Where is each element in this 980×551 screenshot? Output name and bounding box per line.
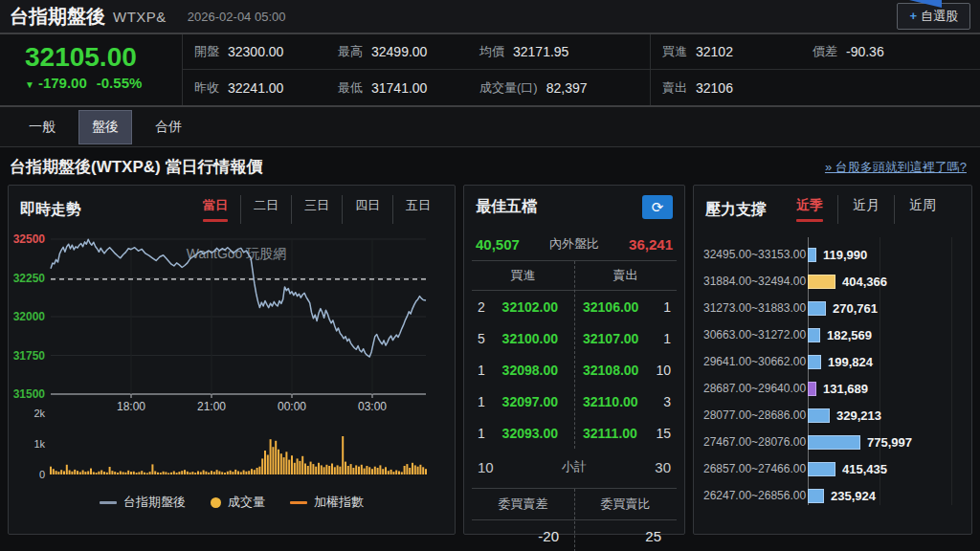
quote-field-value: 32106: [696, 80, 733, 96]
ask-qty: 3: [644, 394, 677, 409]
best-five-card: 最佳五檔 ⟳ 40,507 內外盤比 36,241 買進賣出232102.003…: [463, 185, 685, 535]
price-range-label: 32495.00~33153.00: [703, 248, 807, 261]
price-range-label: 26247.00~26856.00: [703, 489, 807, 502]
refresh-button[interactable]: ⟳: [642, 195, 673, 219]
price-range-label: 26857.00~27466.00: [703, 462, 807, 475]
svg-text:1k: 1k: [33, 438, 45, 450]
order-book-row[interactable]: 132093.0032111.0015: [472, 417, 677, 449]
session-tabs: 一般盤後合併: [0, 107, 980, 147]
volume-bar: [808, 462, 835, 476]
pressure-tab-近月[interactable]: 近月: [837, 195, 894, 224]
quote-field-label: 最高: [338, 43, 363, 60]
period-tab-三日[interactable]: 三日: [291, 195, 342, 224]
change-value: -179.00: [38, 75, 87, 91]
chart-title: 即時走勢: [20, 200, 81, 220]
quote-field-label: 均價: [479, 43, 504, 60]
period-tab-五日[interactable]: 五日: [392, 195, 443, 224]
quote-field-label: 價差: [813, 43, 837, 60]
bid-price: 32100.00: [497, 331, 570, 346]
order-book-row[interactable]: 132098.0032108.0010: [472, 354, 677, 386]
ask-column-header: 賣出: [574, 267, 677, 284]
bid-qty: 1: [472, 363, 497, 378]
session-tab-合併[interactable]: 合併: [142, 110, 195, 144]
pressure-card-header: 壓力支撐 近季近月近周: [694, 186, 971, 230]
session-tab-一般[interactable]: 一般: [15, 110, 69, 144]
bid-qty: 5: [472, 331, 497, 346]
pressure-row: 31273.00~31883.00270,761: [703, 295, 966, 321]
quote-field: 成交量(口)82,397: [468, 70, 650, 105]
period-tab-當日[interactable]: 當日: [190, 195, 240, 224]
period-tab-二日[interactable]: 二日: [240, 195, 291, 224]
quote-field: 賣出32106: [650, 70, 801, 105]
bid-price: 32098.00: [497, 363, 570, 378]
pressure-row: 32495.00~33153.00119,990: [703, 241, 966, 268]
committee-diff-value: -20: [472, 528, 574, 544]
volume-value: 415,435: [842, 462, 887, 476]
quote-timestamp: 2026-02-04 05:00: [188, 10, 286, 24]
pressure-tab-近季[interactable]: 近季: [782, 195, 837, 224]
quote-field-label: 昨收: [194, 79, 219, 97]
price-range-label: 27467.00~28076.00: [703, 435, 807, 449]
committee-values: -20 25: [472, 520, 677, 551]
price-range-label: 28687.00~29640.00: [703, 382, 807, 395]
chart-period-tabs: 當日二日三日四日五日: [190, 195, 443, 224]
台指期盤後-swatch-icon: [100, 501, 117, 504]
subtotal-label: 小計: [562, 458, 587, 475]
ask-price: 32110.00: [570, 394, 644, 409]
svg-text:WantGoo 玩股網: WantGoo 玩股網: [187, 246, 287, 261]
order-book-row[interactable]: 532100.0032107.001: [472, 322, 677, 354]
volume-bar: [808, 248, 816, 262]
intraday-price-chart: 325003225032000317503150018:0021:0000:00…: [9, 230, 434, 488]
volume-bar: [808, 435, 860, 450]
quote-field: 最高32499.00: [326, 34, 468, 70]
period-tab-四日[interactable]: 四日: [342, 195, 392, 224]
price-range-label: 31273.00~31883.00: [703, 301, 807, 315]
outer-volume: 36,241: [629, 236, 673, 253]
volume-value: 404,366: [842, 275, 887, 289]
pressure-row: 28687.00~29640.00131,689: [703, 375, 966, 402]
quote-field: 最低31741.00: [326, 70, 468, 105]
加權指數-swatch-icon: [290, 501, 307, 504]
pressure-tab-近周[interactable]: 近周: [894, 195, 950, 224]
成交量-swatch-icon: [211, 497, 221, 508]
quote-field-label: 成交量(口): [479, 79, 538, 97]
volume-value: 182,569: [827, 328, 872, 342]
bid-column-header: 買進: [472, 267, 574, 284]
pressure-period-tabs: 近季近月近周: [782, 195, 950, 224]
inner-volume: 40,507: [476, 236, 520, 253]
pressure-row: 30663.00~31272.00182,569: [703, 321, 966, 348]
order-book-row[interactable]: 232102.0032106.001: [472, 291, 677, 322]
volume-bar: [808, 489, 824, 503]
promo-link[interactable]: » 台股多頭就到這裡了嗎?: [825, 159, 967, 176]
legend-item: 成交量: [211, 494, 265, 511]
add-watchlist-label: 自選股: [921, 9, 958, 23]
inner-outer-label: 內外盤比: [549, 235, 599, 253]
volume-bar: [808, 408, 830, 423]
bid-subtotal: 10: [478, 459, 494, 475]
ask-qty: 1: [644, 331, 677, 346]
volume-bar: [808, 275, 835, 289]
bid-price: 32093.00: [497, 426, 570, 441]
corner-accent: [909, 0, 942, 8]
quote-field-value: 82,397: [546, 80, 588, 96]
order-book-row[interactable]: 132097.0032110.003: [472, 386, 677, 417]
quote-field-value: 32102: [696, 44, 733, 59]
svg-text:32500: 32500: [13, 232, 46, 246]
ask-qty: 10: [644, 363, 677, 378]
subtotal-row: 10 小計 30: [464, 451, 684, 481]
price-range-label: 31884.00~32494.00: [703, 275, 807, 288]
quote-field-label: 開盤: [194, 43, 219, 60]
quote-field: 開盤32300.00: [183, 34, 326, 70]
quote-fields-grid: 開盤32300.00最高32499.00均價32171.95買進32102價差-…: [182, 34, 980, 105]
section-title: 台指期盤後(WTXP&) 當日行情報價: [10, 156, 262, 178]
volume-bar: [808, 328, 820, 342]
quote-field-value: 32241.00: [228, 80, 283, 96]
volume-bar: [808, 301, 826, 316]
price-range-label: 29641.00~30662.00: [703, 355, 807, 368]
quote-field-value: 31741.00: [371, 80, 427, 96]
instrument-symbol: WTXP&: [113, 9, 167, 25]
quote-field: 均價32171.95: [468, 34, 650, 70]
legend-label: 成交量: [228, 494, 265, 511]
section-header: 台指期盤後(WTXP&) 當日行情報價 » 台股多頭就到這裡了嗎?: [0, 147, 980, 185]
session-tab-盤後[interactable]: 盤後: [78, 110, 132, 144]
